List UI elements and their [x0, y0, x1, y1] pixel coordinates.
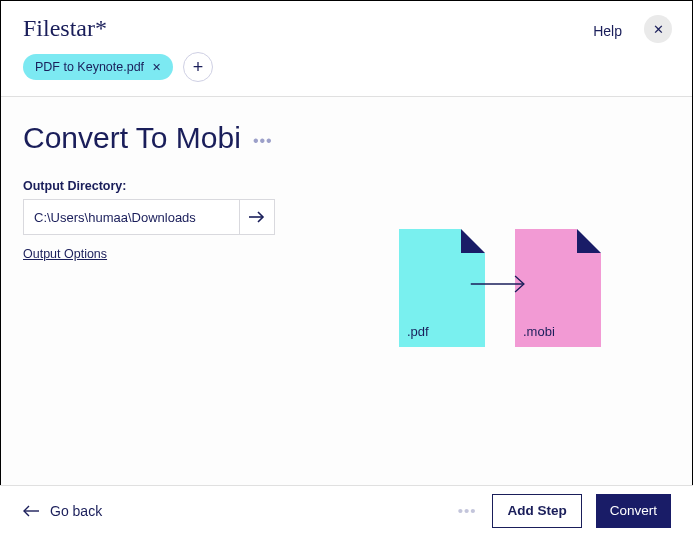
title-menu-button[interactable]: •••	[253, 132, 273, 150]
page-title: Convert To Mobi	[23, 121, 241, 155]
output-dir-input[interactable]	[23, 199, 239, 235]
output-dir-browse-button[interactable]	[239, 199, 275, 235]
file-chip-remove-icon[interactable]: ✕	[152, 61, 161, 74]
ellipsis-icon: •••	[458, 502, 477, 519]
ellipsis-icon: •••	[253, 132, 273, 149]
arrow-left-icon	[22, 505, 40, 517]
add-step-button[interactable]: Add Step	[492, 494, 581, 528]
arrow-right-icon	[469, 273, 531, 295]
source-ext-label: .pdf	[407, 324, 429, 339]
output-options-link[interactable]: Output Options	[23, 247, 107, 261]
target-ext-label: .mobi	[523, 324, 555, 339]
conversion-diagram: .pdf .mobi	[399, 229, 601, 347]
go-back-label: Go back	[50, 503, 102, 519]
convert-button[interactable]: Convert	[596, 494, 671, 528]
file-chip[interactable]: PDF to Keynote.pdf ✕	[23, 54, 173, 80]
arrow-right-icon	[248, 210, 266, 224]
output-dir-label: Output Directory:	[23, 179, 670, 193]
plus-icon: +	[193, 57, 204, 78]
app-logo: Filestar*	[23, 15, 107, 42]
file-chip-label: PDF to Keynote.pdf	[35, 60, 144, 74]
add-file-button[interactable]: +	[183, 52, 213, 82]
go-back-button[interactable]: Go back	[22, 503, 102, 519]
footer-menu-button[interactable]: •••	[458, 502, 477, 519]
help-link[interactable]: Help	[593, 23, 622, 39]
close-icon: ✕	[653, 22, 664, 37]
close-button[interactable]: ✕	[644, 15, 672, 43]
